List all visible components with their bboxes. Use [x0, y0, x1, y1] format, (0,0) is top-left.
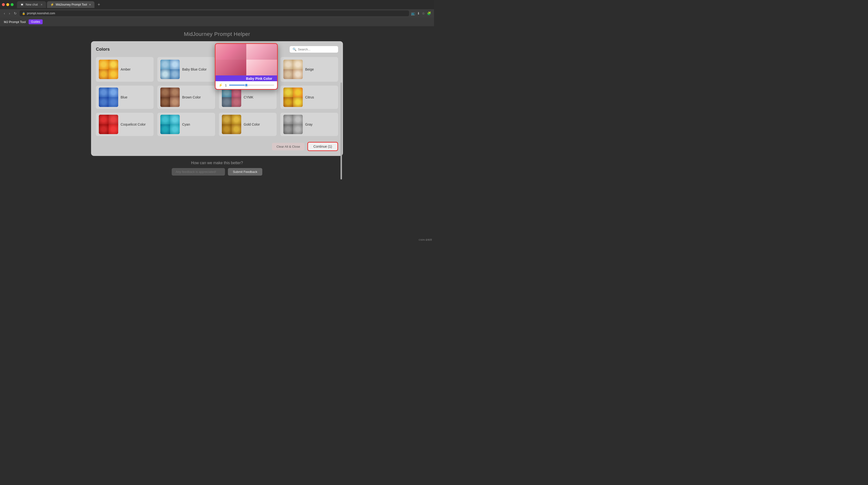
thumb-cell: [99, 88, 108, 97]
color-card-gold[interactable]: Gold Color: [219, 113, 277, 136]
color-label-cymk: CYMK: [244, 95, 253, 99]
cast-icon: 📺: [411, 11, 415, 15]
color-card-brown[interactable]: Brown Color: [157, 86, 215, 109]
color-label-beige: Beige: [305, 67, 314, 71]
popup-img-cell: [246, 44, 277, 60]
feedback-area: How can we make this better? Submit Feed…: [172, 161, 262, 176]
popup-images: [216, 44, 277, 76]
main-panel: Colors 🔍 Amber: [91, 41, 343, 156]
tab-mj-tool-label: MidJourney Prompt Tool: [56, 3, 87, 6]
page-title: MidJourney Prompt Helper: [184, 31, 250, 37]
popup-img-cell: [216, 60, 246, 76]
tab-mj-tool-close[interactable]: ✕: [89, 3, 91, 6]
favicon-chat: 💬: [20, 3, 24, 6]
color-label-gray: Gray: [305, 122, 312, 126]
thumb-cell: [99, 115, 108, 124]
color-label-cyan: Cyan: [182, 122, 190, 126]
color-thumb-amber: [99, 60, 118, 79]
thumb-cell: [160, 115, 170, 124]
thumb-cell: [293, 124, 303, 134]
thumb-cell: [160, 69, 170, 79]
thumb-cell: [293, 97, 303, 107]
color-label-blue: Blue: [121, 95, 127, 99]
favicon-mj: ⚡: [51, 3, 54, 6]
search-input[interactable]: [298, 48, 332, 51]
color-label-citrus: Citrus: [305, 95, 314, 99]
color-card-blue[interactable]: Blue: [96, 86, 154, 109]
thumb-cell: [108, 124, 118, 134]
tab-mj-tool[interactable]: ⚡ MidJourney Prompt Tool ✕: [47, 1, 94, 8]
search-box[interactable]: 🔍: [290, 46, 338, 53]
popup-slider-thumb[interactable]: [245, 83, 248, 87]
thumb-cell: [283, 97, 293, 107]
search-icon: 🔍: [292, 48, 297, 51]
thumb-cell: [160, 97, 170, 107]
thumb-cell: [222, 115, 231, 124]
thumb-cell: [108, 69, 118, 79]
color-grid: Amber Baby Blue Color: [96, 57, 338, 136]
color-thumb-baby-blue: [160, 60, 180, 79]
refresh-button[interactable]: ↻: [13, 11, 18, 15]
color-thumb-cyan: [160, 115, 180, 134]
bookmark-icon: ☆: [422, 11, 425, 15]
guides-button[interactable]: Guides: [29, 20, 42, 24]
popup-slider-value: 1: [225, 83, 227, 87]
tab-new-chat[interactable]: 💬 New chat ✕: [17, 1, 46, 8]
color-label-baby-blue: Baby Blue Color: [182, 67, 207, 71]
color-thumb-citrus: [283, 88, 303, 107]
thumb-cell: [108, 88, 118, 97]
feedback-input[interactable]: [172, 168, 225, 176]
app-brand-label: MJ Prompt Tool: [4, 20, 26, 24]
thumb-cell: [99, 69, 108, 79]
thumb-cell: [108, 115, 118, 124]
color-card-citrus[interactable]: Citrus: [280, 86, 338, 109]
tab-bar: 💬 New chat ✕ ⚡ MidJourney Prompt Tool ✕ …: [0, 0, 434, 9]
continue-button[interactable]: Continue (1): [307, 142, 338, 151]
color-card-baby-pink[interactable]: Baby Pink Color ⚡ 1: [219, 57, 277, 82]
url-bar[interactable]: 🔒 prompt.noonshot.com: [20, 10, 409, 16]
scrollbar[interactable]: [341, 82, 342, 179]
color-thumb-gold: [222, 115, 241, 134]
thumb-cell: [293, 60, 303, 69]
clear-all-close-button[interactable]: Clear All & Close: [272, 143, 304, 150]
thumb-cell: [160, 60, 170, 69]
downloads-icon: ⬇: [417, 11, 420, 15]
close-window-button[interactable]: [2, 3, 5, 6]
color-thumb-beige: [283, 60, 303, 79]
color-thumb-brown: [160, 88, 180, 107]
lock-icon: 🔒: [22, 12, 25, 15]
back-button[interactable]: ‹: [3, 11, 6, 15]
color-thumb-gray: [283, 115, 303, 134]
thumb-cell: [283, 69, 293, 79]
color-card-amber[interactable]: Amber: [96, 57, 154, 82]
color-label-gold: Gold Color: [244, 122, 260, 126]
color-card-gray[interactable]: Gray: [280, 113, 338, 136]
thumb-cell: [231, 115, 241, 124]
thumb-cell: [293, 69, 303, 79]
thumb-cell: [170, 69, 180, 79]
thumb-cell: [231, 124, 241, 134]
color-card-baby-blue[interactable]: Baby Blue Color: [157, 57, 215, 82]
color-card-beige[interactable]: Beige: [280, 57, 338, 82]
color-thumb-blue: [99, 88, 118, 107]
popup-slider[interactable]: [229, 85, 274, 86]
thumb-cell: [170, 60, 180, 69]
color-thumb-cymk: [222, 88, 241, 107]
popup-color-label: Baby Pink Color: [244, 76, 275, 81]
submit-feedback-button[interactable]: Submit Feedback: [228, 168, 262, 176]
new-tab-button[interactable]: +: [95, 1, 102, 8]
color-label-coquelicot: Coquelicot Color: [121, 122, 146, 126]
thumb-cell: [222, 124, 231, 134]
lightning-icon: ⚡: [218, 83, 223, 87]
minimize-window-button[interactable]: [6, 3, 9, 6]
tab-new-chat-close[interactable]: ✕: [40, 3, 42, 6]
thumb-cell: [283, 88, 293, 97]
extensions-icon: 🧩: [427, 11, 431, 15]
color-card-coquelicot[interactable]: Coquelicot Color: [96, 113, 154, 136]
color-card-cyan[interactable]: Cyan: [157, 113, 215, 136]
thumb-cell: [231, 97, 241, 107]
feedback-title: How can we make this better?: [172, 161, 262, 165]
forward-button[interactable]: ›: [8, 11, 11, 15]
maximize-window-button[interactable]: [11, 3, 13, 6]
popup-img-cell: [216, 44, 246, 60]
